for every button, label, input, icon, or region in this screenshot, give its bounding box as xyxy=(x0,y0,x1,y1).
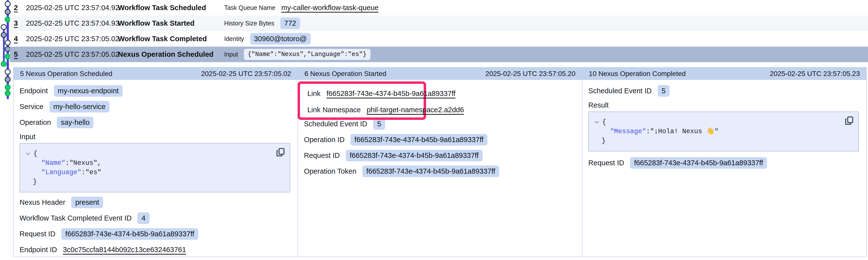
timeline-node-scheduled-icon xyxy=(1,24,7,30)
timeline-node-started-icon xyxy=(5,76,11,82)
json-sep: : xyxy=(81,168,85,177)
panel-nexus-operation-started: 6 Nexus Operation Started 2025-02-25 UTC… xyxy=(298,68,582,257)
operation-token-badge: f665283f-743e-4374-b45b-9a61a89337ff xyxy=(362,165,499,177)
panel-header: 6 Nexus Operation Started 2025-02-25 UTC… xyxy=(298,68,582,80)
panel-header: 5 Nexus Operation Scheduled 2025-02-25 U… xyxy=(13,68,298,80)
json-brace: { xyxy=(33,149,37,158)
detail-label: Request ID xyxy=(20,230,55,238)
panel-timestamp: 2025-02-25 UTC 23:57:05.23 xyxy=(770,70,860,78)
event-id-link[interactable]: 3 xyxy=(14,19,26,27)
json-value: "¡Hola! Nexus 👋" xyxy=(650,127,718,136)
link-link[interactable]: f665283f-743e-4374-b45b-9a61a89337ff xyxy=(327,89,456,98)
request-id-badge: f665283f-743e-4374-b45b-9a61a89337ff xyxy=(630,157,767,169)
service-badge: my-hello-service xyxy=(50,101,110,112)
detail-label: Operation Token xyxy=(304,167,356,175)
workflow-event-history-screen: 2 2025-02-25 UTC 23:57:04.92 Workflow Ta… xyxy=(0,0,868,260)
event-attr-label: Task Queue Name xyxy=(224,4,275,11)
event-time: 2025-02-25 UTC 23:57:04.92 xyxy=(26,4,118,12)
event-id-link[interactable]: 4 xyxy=(14,35,26,43)
detail-label: Request ID xyxy=(588,159,624,167)
event-row-3[interactable]: 3 2025-02-25 UTC 23:57:04.93 Workflow Ta… xyxy=(10,15,868,31)
nexus-header-badge: present xyxy=(71,197,103,208)
scheduled-event-id-badge: 5 xyxy=(658,85,670,97)
event-name: Workflow Task Completed xyxy=(118,35,224,43)
panel-body: Scheduled Event ID 5 Result { "Message":… xyxy=(582,80,866,257)
event-row-4[interactable]: 4 2025-02-25 UTC 23:57:05.02 Workflow Ta… xyxy=(10,31,868,47)
json-value: "Nexus", xyxy=(69,158,101,168)
event-name: Workflow Task Started xyxy=(118,19,224,27)
detail-row-wtc-event-id: Workflow Task Completed Event ID 4 xyxy=(20,210,290,226)
link-namespace-link[interactable]: phil-target-namespace2.a2dd6 xyxy=(367,106,464,114)
copy-icon[interactable] xyxy=(843,115,855,126)
detail-label: Link xyxy=(307,89,320,98)
json-sep: : xyxy=(65,158,69,168)
operation-id-badge: f665283f-743e-4374-b45b-9a61a89337ff xyxy=(350,134,487,146)
json-brace: } xyxy=(601,136,606,146)
event-id-link[interactable]: 5 xyxy=(14,50,26,59)
timeline-node-started-icon xyxy=(1,32,7,38)
chevron-down-icon[interactable] xyxy=(25,150,31,157)
panel-title: 10 Nexus Operation Completed xyxy=(589,70,686,78)
detail-row-request-id: Request ID f665283f-743e-4374-b45b-9a61a… xyxy=(588,155,859,171)
detail-label: Nexus Header xyxy=(20,198,65,207)
json-key: "Message" xyxy=(610,127,646,136)
event-attr-label: Input xyxy=(224,51,238,58)
timeline-node-completed-icon xyxy=(5,90,11,96)
event-attr-label: Identity xyxy=(224,35,244,42)
detail-label: Operation xyxy=(20,118,51,126)
detail-label: Endpoint xyxy=(20,87,48,95)
timeline-node-completed-icon xyxy=(1,61,7,67)
event-history-table: 2 2025-02-25 UTC 23:57:04.92 Workflow Ta… xyxy=(10,0,868,62)
request-id-badge: f665283f-743e-4374-b45b-9a61a89337ff xyxy=(346,150,483,161)
history-size-badge: 772 xyxy=(280,17,300,29)
endpoint-badge: my-nexus-endpoint xyxy=(54,85,123,97)
detail-label: Operation ID xyxy=(304,136,344,144)
detail-row-service: Service my-hello-service xyxy=(20,99,290,114)
detail-row-endpoint: Endpoint my-nexus-endpoint xyxy=(20,83,290,99)
detail-row-link: Link f665283f-743e-4374-b45b-9a61a89337f… xyxy=(307,85,424,102)
event-name: Nexus Operation Scheduled xyxy=(118,50,224,59)
panel-body: Endpoint my-nexus-endpoint Service my-he… xyxy=(13,80,298,258)
event-time: 2025-02-25 UTC 23:57:05.02 xyxy=(26,35,118,43)
detail-row-nexus-header: Nexus Header present xyxy=(20,194,290,210)
event-time: 2025-02-25 UTC 23:57:05.02 xyxy=(26,50,118,59)
event-detail-panels: 5 Nexus Operation Scheduled 2025-02-25 U… xyxy=(13,67,867,257)
chevron-down-icon[interactable] xyxy=(594,119,600,125)
panel-body: Link f665283f-743e-4374-b45b-9a61a89337f… xyxy=(298,80,582,257)
event-id-link[interactable]: 2 xyxy=(14,4,26,12)
detail-label: Endpoint ID xyxy=(20,246,57,254)
detail-label: Scheduled Event ID xyxy=(588,87,651,95)
detail-row-link-namespace: Link Namespace phil-target-namespace2.a2… xyxy=(307,102,424,118)
input-json-badge: {"Name":"Nexus","Language":"es"} xyxy=(244,49,370,60)
operation-badge: say-hello xyxy=(57,117,93,128)
result-json-viewer: { "Message": "¡Hola! Nexus 👋" } xyxy=(588,111,859,151)
endpoint-id-link[interactable]: 3c0c75ccfa8144b092c13ce632463761 xyxy=(63,246,186,254)
detail-row-endpoint-id: Endpoint ID 3c0c75ccfa8144b092c13ce63246… xyxy=(20,242,290,258)
json-sep: : xyxy=(646,127,650,136)
event-attr-label: History Size Bytes xyxy=(224,20,274,27)
detail-label: Link Namespace xyxy=(307,106,361,114)
task-queue-link[interactable]: my-caller-workflow-task-queue xyxy=(281,4,378,12)
input-section-label: Input xyxy=(20,130,290,143)
json-value: "es" xyxy=(85,168,101,177)
event-time: 2025-02-25 UTC 23:57:04.93 xyxy=(26,19,118,27)
detail-label: Workflow Task Completed Event ID xyxy=(20,214,131,222)
detail-row-request-id: Request ID f665283f-743e-4374-b45b-9a61a… xyxy=(304,148,575,163)
result-section-label: Result xyxy=(588,99,859,111)
copy-icon[interactable] xyxy=(275,147,286,158)
panel-title: 5 Nexus Operation Scheduled xyxy=(20,70,113,78)
event-row-5-selected[interactable]: 5 2025-02-25 UTC 23:57:05.02 Nexus Opera… xyxy=(10,47,868,62)
event-name: Workflow Task Scheduled xyxy=(118,4,224,12)
identity-badge: 30960@totoro@ xyxy=(250,33,311,45)
event-id-badge: 4 xyxy=(137,212,149,224)
detail-label: Scheduled Event ID xyxy=(304,120,367,128)
panel-timestamp: 2025-02-25 UTC 23:57:05.20 xyxy=(486,70,576,78)
panel-header: 10 Nexus Operation Completed 2025-02-25 … xyxy=(582,68,866,80)
json-brace: { xyxy=(602,117,606,127)
panel-title: 6 Nexus Operation Started xyxy=(305,70,386,78)
annotation-highlight-box: Link f665283f-743e-4374-b45b-9a61a89337f… xyxy=(298,81,426,120)
event-row-2[interactable]: 2 2025-02-25 UTC 23:57:04.92 Workflow Ta… xyxy=(10,0,868,15)
detail-row-operation-id: Operation ID f665283f-743e-4374-b45b-9a6… xyxy=(304,132,575,148)
timeline-node-scheduled-icon xyxy=(5,69,11,75)
timeline-node-completed-icon xyxy=(5,84,11,90)
